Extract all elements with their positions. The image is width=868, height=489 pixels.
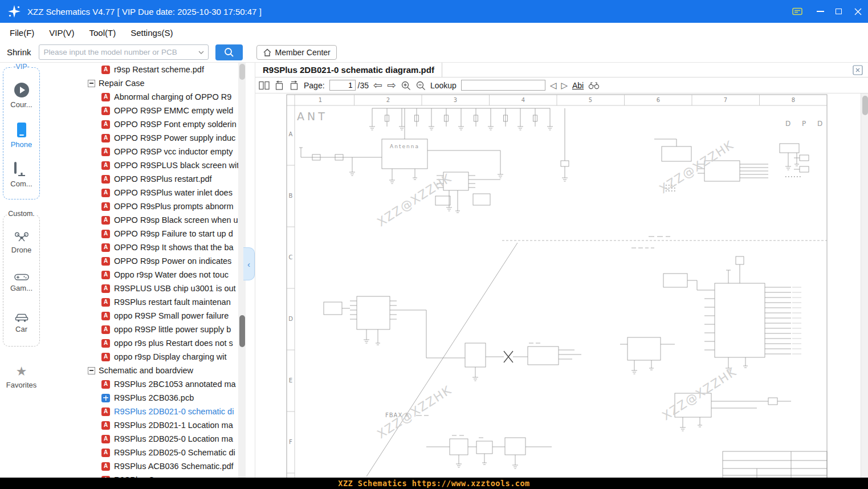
rotate-right-icon[interactable] xyxy=(289,80,299,90)
tree-item-label: R9SPlus 2BC1053 annotated ma xyxy=(114,380,238,389)
page-forward-icon[interactable]: ⇨ xyxy=(387,80,396,91)
tree-item[interactable]: A OPPO R9SP vcc inductor empty xyxy=(43,145,238,158)
minimize-button[interactable] xyxy=(811,0,829,23)
document-tab[interactable]: R9SPlus 2DB021-0 schematic diagram.pdf xyxy=(255,63,442,77)
tree-item[interactable]: A Abnormal charging of OPPO R9 xyxy=(43,90,238,104)
tree-item-label: Oppo r9sp Water does not touc xyxy=(114,270,238,279)
tree-item[interactable]: A OPPO R9sPlus prompts abnorm xyxy=(43,199,238,213)
star-icon: ★ xyxy=(16,365,27,378)
collapse-panel-handle[interactable]: ‹ xyxy=(243,247,255,280)
sidebar-item-phone[interactable]: Phone xyxy=(3,116,39,156)
match-case-toggle[interactable]: Abi xyxy=(572,81,584,90)
tree-item[interactable]: A OPPO R9sp It shows that the ba xyxy=(43,241,238,254)
member-center-label: Member Center xyxy=(275,48,331,57)
tree-item-label: OPPO R9sp Failure to start up d xyxy=(114,229,238,238)
tree-item[interactable]: A R9SPLUS USB chip u3001 is out xyxy=(43,282,238,295)
menu-file[interactable]: File(F) xyxy=(2,28,42,38)
tree-item[interactable]: A OPPO R9SPlus water inlet does xyxy=(43,186,238,199)
tree-item-label: oppo r9sp Display charging wit xyxy=(114,352,238,361)
document-tabbar: R9SPlus 2DB021-0 schematic diagram.pdf xyxy=(255,63,868,78)
model-search-input[interactable] xyxy=(39,48,194,56)
scrollbar-thumb[interactable] xyxy=(239,315,245,347)
member-center-button[interactable]: Member Center xyxy=(256,45,337,60)
page-number-input[interactable] xyxy=(329,80,356,91)
tree-item[interactable]: A OPPO R9sp Failure to start up d xyxy=(43,227,238,241)
menu-vip[interactable]: VIP(V) xyxy=(42,28,81,38)
tree-item[interactable]: Repair Case xyxy=(43,76,238,90)
collapse-expander-icon[interactable] xyxy=(88,367,95,374)
lookup-input[interactable] xyxy=(461,80,545,91)
tree-item[interactable]: A OPPO R9sp Black screen when u xyxy=(43,213,238,227)
search-button[interactable] xyxy=(215,44,243,60)
file-type-icon: A xyxy=(101,271,110,279)
tree-item[interactable]: A R9SPlus C xyxy=(43,473,238,478)
svg-text:4: 4 xyxy=(521,97,525,103)
rotate-left-icon[interactable] xyxy=(274,80,284,90)
find-prev-icon[interactable]: ◁ xyxy=(550,81,557,89)
tree-item[interactable]: A R9SPlus 2BC1053 annotated ma xyxy=(43,377,238,391)
maximize-button[interactable] xyxy=(829,0,847,23)
binoculars-icon[interactable] xyxy=(588,81,600,89)
svg-text:2: 2 xyxy=(386,97,390,103)
page-back-icon[interactable]: ⇦ xyxy=(373,80,382,91)
tree-item-label: R9SPlus 2DB025-0 Schematic di xyxy=(114,448,238,457)
tree-item[interactable]: A oppo R9SP little power supply b xyxy=(43,323,238,336)
menu-tool[interactable]: Tool(T) xyxy=(82,28,124,38)
file-type-icon: A xyxy=(101,353,110,361)
sidebar-item-favorites[interactable]: ★ Favorites xyxy=(0,359,43,396)
tree-item[interactable]: A Oppo r9sp Water does not touc xyxy=(43,268,238,282)
tree-item[interactable]: A OPPO R9SPLUS black screen wit xyxy=(43,158,238,172)
scrollbar-thumb[interactable] xyxy=(239,64,245,80)
tree-item[interactable]: Schematic and boardview xyxy=(43,364,238,377)
pdf-viewport[interactable]: 1 2 3 4 5 6 7 8 A B C D E xyxy=(255,93,861,478)
tree-item[interactable]: A oppo r9s plus Restart does not s xyxy=(43,336,238,350)
chevron-down-icon[interactable] xyxy=(194,51,208,54)
pdf-scrollbar[interactable] xyxy=(861,93,868,478)
tree-item[interactable]: A OPPO R9SP Font empty solderin xyxy=(43,117,238,131)
tree-item[interactable]: A OPPO R9SP EMMC empty weld xyxy=(43,104,238,117)
file-type-icon: A xyxy=(101,325,110,334)
scrollbar-thumb[interactable] xyxy=(862,96,868,115)
tree-item[interactable]: R9SPlus 2CB036.pcb xyxy=(43,391,238,405)
drone-icon xyxy=(14,231,29,243)
tree-item[interactable]: A R9SPlus restart fault maintenan xyxy=(43,295,238,309)
tree-item-label: Repair Case xyxy=(99,79,238,88)
sidebar-item-drone[interactable]: Drone xyxy=(3,223,39,263)
file-type-icon: A xyxy=(101,120,110,129)
tree-item[interactable]: A oppo R9SP Small power failure xyxy=(43,309,238,323)
tree-item[interactable]: A oppo r9sp Display charging wit xyxy=(43,350,238,364)
sidebar-item-label: Phone xyxy=(11,140,32,149)
tree-item[interactable]: A OPPO R9sp Power on indicates xyxy=(43,254,238,268)
tree-item[interactable]: A OPPO R9SP Power supply induc xyxy=(43,131,238,145)
close-button[interactable] xyxy=(847,0,868,23)
tree-item-label: OPPO R9SP vcc inductor empty xyxy=(114,147,238,156)
shrink-button[interactable]: Shrink xyxy=(3,47,35,57)
tree-item[interactable]: A R9SPlus 2DB021-0 schematic di xyxy=(43,405,238,418)
find-next-icon[interactable]: ▷ xyxy=(561,81,568,89)
sidebar-item-game[interactable]: Gam... xyxy=(3,263,39,303)
tree-item[interactable]: A R9SPlus ACB036 Schematic.pdf xyxy=(43,459,238,473)
file-type-icon: A xyxy=(101,462,110,471)
zoom-out-icon[interactable] xyxy=(415,80,426,91)
schematic-page: 1 2 3 4 5 6 7 8 A B C D E xyxy=(255,93,861,478)
tree-item[interactable]: A R9SPlus 2DB025-0 Location ma xyxy=(43,432,238,446)
gamepad-icon xyxy=(14,273,29,281)
menu-settings[interactable]: Settings(S) xyxy=(123,28,180,38)
collapse-expander-icon[interactable] xyxy=(88,80,95,87)
svg-text:A: A xyxy=(289,131,293,137)
zoom-in-icon[interactable] xyxy=(401,80,411,91)
sidebar-item-course[interactable]: Cour... xyxy=(3,76,39,116)
statusbar-text: XZZ Schematics https://www.xzztools.com xyxy=(338,479,529,488)
close-tab-icon[interactable] xyxy=(853,65,863,75)
tree-item[interactable]: A R9SPlus 2DB021-1 Location ma xyxy=(43,418,238,432)
app-logo-icon xyxy=(7,4,22,19)
sidebar-item-car[interactable]: Car xyxy=(3,303,39,343)
tree-item[interactable]: A r9sp Restart scheme.pdf xyxy=(43,63,238,76)
tree-item-label: Schematic and boardview xyxy=(99,366,238,375)
two-page-view-icon[interactable] xyxy=(259,81,270,90)
sidebar-item-computer[interactable]: Com... xyxy=(3,156,39,195)
file-tree-panel: A r9sp Restart scheme.pdf Repair Case A … xyxy=(43,63,255,478)
vip-card-icon[interactable] xyxy=(788,0,806,23)
tree-item[interactable]: A OPPO R9SPlus restart.pdf xyxy=(43,172,238,186)
tree-item[interactable]: A R9SPlus 2DB025-0 Schematic di xyxy=(43,446,238,459)
